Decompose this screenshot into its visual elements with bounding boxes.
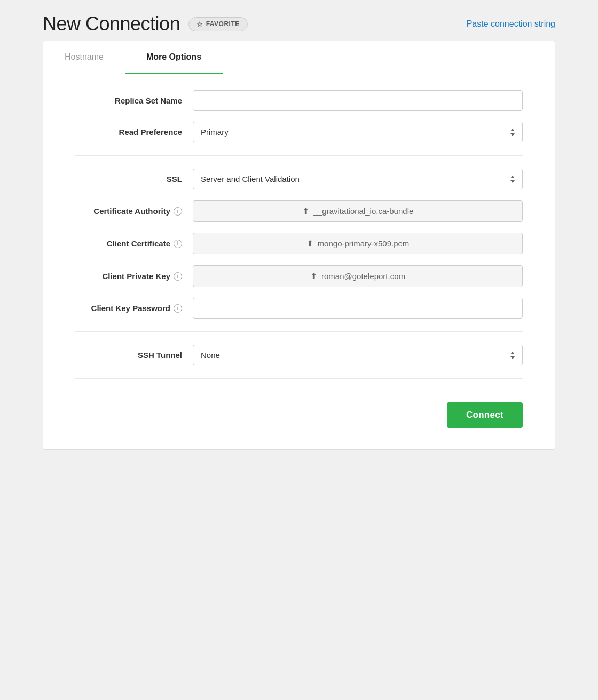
- certificate-authority-row: Certificate Authority i ⬆ __gravitationa…: [75, 200, 523, 222]
- client-private-key-label: Client Private Key i: [75, 272, 193, 281]
- star-icon: ☆: [196, 20, 203, 28]
- ssh-tunnel-select[interactable]: None SSH with Password SSH with Identity…: [193, 345, 523, 365]
- app-window: New Connection ☆ FAVORITE Paste connecti…: [32, 0, 566, 700]
- ssl-row: SSL None Unvalidated Server Validation S…: [75, 169, 523, 189]
- client-key-password-row: Client Key Password i: [75, 298, 523, 319]
- certificate-authority-filename: __gravitational_io.ca-bundle: [313, 206, 414, 216]
- client-key-password-info-icon[interactable]: i: [174, 304, 182, 313]
- read-preference-field: Primary Primary Preferred Secondary Seco…: [193, 122, 523, 142]
- read-preference-row: Read Preference Primary Primary Preferre…: [75, 122, 523, 142]
- client-certificate-field: ⬆ mongo-primary-x509.pem: [193, 233, 523, 254]
- client-private-key-upload[interactable]: ⬆ roman@goteleport.com: [193, 265, 523, 287]
- ssh-tunnel-row: SSH Tunnel None SSH with Password SSH wi…: [75, 345, 523, 365]
- tab-hostname[interactable]: Hostname: [43, 42, 125, 74]
- ssl-select[interactable]: None Unvalidated Server Validation Serve…: [193, 169, 523, 189]
- read-preference-select[interactable]: Primary Primary Preferred Secondary Seco…: [193, 122, 523, 142]
- favorite-label: FAVORITE: [206, 20, 240, 28]
- certificate-authority-upload[interactable]: ⬆ __gravitational_io.ca-bundle: [193, 200, 523, 222]
- client-key-password-field: [193, 298, 523, 319]
- replica-set-label: Replica Set Name: [75, 96, 193, 105]
- certificate-authority-field: ⬆ __gravitational_io.ca-bundle: [193, 200, 523, 222]
- favorite-button[interactable]: ☆ FAVORITE: [188, 17, 248, 31]
- ssh-tunnel-label: SSH Tunnel: [75, 351, 193, 360]
- client-private-key-filename: roman@goteleport.com: [321, 272, 405, 281]
- certificate-authority-label: Certificate Authority i: [75, 206, 193, 216]
- certificate-authority-info-icon[interactable]: i: [174, 207, 182, 216]
- ssh-tunnel-field: None SSH with Password SSH with Identity…: [193, 345, 523, 365]
- client-certificate-info-icon[interactable]: i: [174, 240, 182, 248]
- paste-connection-link[interactable]: Paste connection string: [467, 19, 555, 29]
- replica-set-input[interactable]: [193, 90, 523, 111]
- form-content: Replica Set Name Read Preference Primary…: [43, 74, 555, 449]
- page-title: New Connection: [43, 13, 180, 35]
- tabs: Hostname More Options: [43, 41, 555, 74]
- main-card: Hostname More Options Replica Set Name R…: [43, 41, 555, 450]
- client-certificate-filename: mongo-primary-x509.pem: [318, 239, 410, 248]
- client-key-password-label: Client Key Password i: [75, 304, 193, 313]
- upload-icon-cert: ⬆: [306, 238, 313, 249]
- client-certificate-label: Client Certificate i: [75, 239, 193, 248]
- client-private-key-row: Client Private Key i ⬆ roman@goteleport.…: [75, 265, 523, 287]
- client-private-key-info-icon[interactable]: i: [174, 272, 182, 281]
- header-left: New Connection ☆ FAVORITE: [43, 13, 248, 35]
- client-certificate-row: Client Certificate i ⬆ mongo-primary-x50…: [75, 233, 523, 254]
- client-private-key-field: ⬆ roman@goteleport.com: [193, 265, 523, 287]
- ssl-field: None Unvalidated Server Validation Serve…: [193, 169, 523, 189]
- form-section-ssh: SSH Tunnel None SSH with Password SSH wi…: [75, 345, 523, 379]
- form-section-basic: Replica Set Name Read Preference Primary…: [75, 90, 523, 156]
- read-preference-label: Read Preference: [75, 128, 193, 137]
- replica-set-field: [193, 90, 523, 111]
- client-certificate-upload[interactable]: ⬆ mongo-primary-x509.pem: [193, 233, 523, 254]
- connect-button[interactable]: Connect: [447, 402, 523, 428]
- client-key-password-input[interactable]: [193, 298, 523, 319]
- connect-row: Connect: [75, 392, 523, 428]
- replica-set-row: Replica Set Name: [75, 90, 523, 111]
- header: New Connection ☆ FAVORITE Paste connecti…: [43, 13, 555, 35]
- upload-icon-key: ⬆: [310, 271, 317, 281]
- form-section-ssl: SSL None Unvalidated Server Validation S…: [75, 169, 523, 332]
- upload-icon-ca: ⬆: [302, 206, 309, 216]
- tab-more-options[interactable]: More Options: [125, 42, 223, 74]
- ssl-label: SSL: [75, 174, 193, 184]
